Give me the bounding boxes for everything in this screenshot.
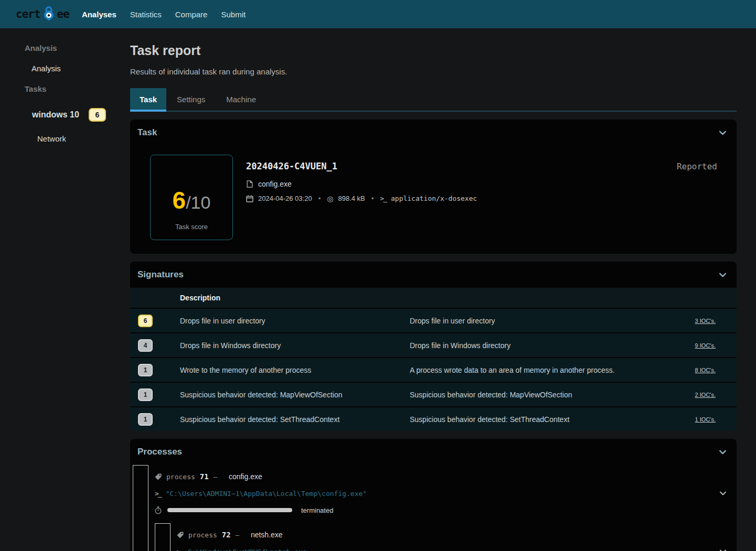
ioc-link[interactable]: 3 IOC's. [695,318,737,324]
sidebar-item-network[interactable]: Network [0,134,130,143]
task-score-box: 6 /10 Task score [150,155,233,240]
chevron-down-icon[interactable] [719,547,727,551]
sidebar-section-tasks: Tasks [0,84,130,93]
file-size: 898.4 kB [338,195,365,202]
signature-count-badge: 1 [138,413,153,426]
nav-menu: Analyses Statistics Compare Submit [82,10,246,19]
tab-task[interactable]: Task [130,88,166,111]
disc-size-icon: ◎ [327,195,333,202]
score-label: Task score [175,223,208,231]
signature-count-badge: 6 [138,315,153,327]
top-navbar: cert ee Analyses Statistics Compare Subm… [0,0,756,28]
calendar-icon [246,195,253,202]
dash-separator: – [214,473,217,481]
dot-separator: • [318,195,321,202]
process-title-row: process 71 – config.exe [155,468,737,485]
page-subtitle: Results of individual task ran during an… [130,67,737,76]
signature-description: Suspicious behavior detected: MapViewOfS… [410,391,668,399]
task-card: Task 6 /10 Task score 20240426-C4VUEN_1 [130,120,737,254]
score-value: 6 [173,186,186,214]
nav-item-statistics[interactable]: Statistics [130,10,162,19]
process-title-row: process 72 – netsh.exe [177,526,737,543]
process-kind-label: process [188,531,217,539]
sidebar-task-label: windows 10 [32,110,79,120]
sidebar-item-windows10[interactable]: windows 10 6 [0,108,130,122]
sidebar: Analysis Analysis Tasks windows 10 6 Net… [0,28,130,551]
ioc-link[interactable]: 1 IOC's. [695,416,737,423]
signature-description: Suspicious behavior detected: SetThreadC… [410,415,668,424]
tag-icon [155,473,162,480]
signatures-card-title: Signatures [137,269,184,280]
signature-row: 6 Drops file in user directory Drops fil… [130,308,737,332]
column-header-description: Description [180,294,410,302]
chevron-down-icon[interactable] [718,448,727,457]
signature-row: 1 Wrote to the memory of another process… [130,357,737,382]
analysis-id: 20240426-C4VUEN_1 [246,161,337,171]
brand-text-left: cert [16,8,40,20]
tab-machine[interactable]: Machine [216,88,267,111]
sidebar-item-analysis[interactable]: Analysis [0,64,130,73]
process-kind-label: process [166,473,195,481]
signature-name: Suspicious behavior detected: SetThreadC… [180,415,410,424]
process-progress-bar [167,508,292,512]
signature-row: 1 Suspicious behavior detected: MapViewO… [130,382,737,406]
terminal-prompt-icon: >_ [380,195,386,202]
brand-text-right: ee [57,8,69,20]
ioc-link[interactable]: 9 IOC's. [695,342,737,349]
process-state: terminated [301,506,333,514]
process-name: config.exe [229,472,262,481]
signature-name: Wrote to the memory of another process [180,366,410,374]
signature-row: 1 Suspicious behavior detected: SetThrea… [130,406,737,431]
padlock-logo-icon [42,6,56,22]
dot-separator: • [371,195,374,202]
target-filename: config.exe [258,180,292,188]
process-command: "C:\Users\ADMINI~1\AppData\Local\Temp\co… [166,490,367,498]
terminal-prompt-icon: >_ [177,548,183,551]
process-state-row: terminated [155,502,737,518]
tag-icon [177,532,184,538]
process-command: C:\Windows\SysWOW64\netsh.exe [188,548,307,551]
terminal-prompt-icon: >_ [155,490,161,498]
process-command-row: >_ "C:\Users\ADMINI~1\AppData\Local\Temp… [155,485,737,502]
signatures-card: Signatures Description 6 Drops file in u… [130,262,737,431]
sidebar-section-analysis: Analysis [0,44,130,52]
score-max: /10 [186,192,210,213]
nav-item-analyses[interactable]: Analyses [82,10,116,19]
signature-description: Drops file in Windows directory [410,341,668,350]
task-date: 2024-04-26 03:20 [258,195,312,202]
tab-settings[interactable]: Settings [166,88,216,111]
task-card-title: Task [137,127,157,138]
nav-item-submit[interactable]: Submit [221,10,246,19]
signature-count-badge: 1 [138,364,153,376]
signature-name: Suspicious behavior detected: MapViewOfS… [180,391,410,399]
signature-name: Drops file in Windows directory [180,341,410,350]
signature-row: 4 Drops file in Windows directory Drops … [130,332,737,357]
process-node: process 72 – netsh.exe >_ C:\Windows\Sys… [155,523,737,551]
signature-name: Drops file in user directory [180,317,410,325]
main-content: Task report Results of individual task r… [130,28,756,551]
process-pid: 72 [222,531,231,539]
report-tabs: Task Settings Machine [130,88,737,112]
dash-separator: – [236,531,239,539]
process-command-row: >_ C:\Windows\SysWOW64\netsh.exe [177,543,737,551]
nav-item-compare[interactable]: Compare [175,10,208,19]
status-badge: Reported [677,161,717,171]
chevron-down-icon[interactable] [718,128,727,137]
process-name: netsh.exe [251,531,283,539]
signature-count-badge: 4 [138,339,153,352]
process-pid: 71 [200,472,209,481]
process-node: process 71 – config.exe >_ "C:\Users\ADM… [133,465,737,551]
ioc-link[interactable]: 2 IOC's. [695,392,737,398]
media-type: application/x-dosexec [391,195,477,202]
stopwatch-icon [155,506,162,514]
signatures-table-header: Description [130,288,737,308]
ioc-link[interactable]: 8 IOC's. [695,367,737,373]
task-score-badge: 6 [89,108,106,122]
signature-description: A process wrote data to an area of memor… [410,366,668,374]
chevron-down-icon[interactable] [719,489,727,498]
brand-logo[interactable]: cert ee [16,6,69,22]
chevron-down-icon[interactable] [718,271,727,279]
file-icon [246,180,253,188]
processes-card-title: Processes [137,447,182,457]
signature-count-badge: 1 [138,388,153,401]
